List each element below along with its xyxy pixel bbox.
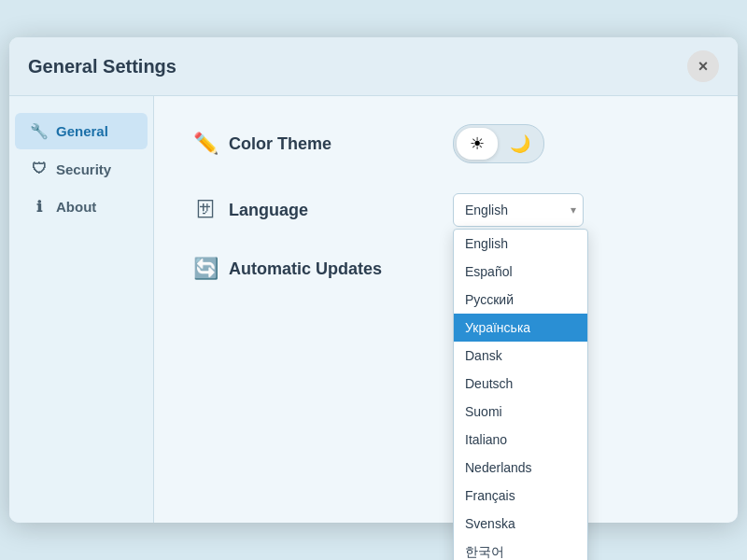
- auto-updates-label-area: 🔄 Automatic Updates: [191, 257, 453, 281]
- auto-updates-row: 🔄 Automatic Updates: [191, 257, 700, 281]
- lang-option-svenska[interactable]: Svenska: [454, 510, 587, 538]
- color-theme-row: ✏️ Color Theme ☀ 🌙: [191, 124, 700, 163]
- language-select-wrapper: English ▾ English Español Русский Україн…: [453, 193, 584, 227]
- lang-option-dansk[interactable]: Dansk: [454, 342, 587, 370]
- color-theme-icon: ✏️: [191, 132, 219, 156]
- moon-icon: 🌙: [510, 133, 530, 154]
- language-label: Language: [229, 201, 308, 220]
- color-theme-label-area: ✏️ Color Theme: [191, 132, 453, 156]
- lang-option-korean[interactable]: 한국어: [454, 538, 587, 560]
- language-current-value: English: [465, 203, 508, 217]
- main-content: ✏️ Color Theme ☀ 🌙 🈂 Language: [154, 96, 738, 523]
- sun-icon: ☀: [470, 133, 485, 154]
- sidebar-item-security[interactable]: 🛡 Security: [15, 151, 148, 187]
- sidebar: 🔧 General 🛡 Security ℹ About: [9, 96, 154, 523]
- updates-icon: 🔄: [191, 257, 219, 281]
- sidebar-item-general[interactable]: 🔧 General: [15, 113, 148, 149]
- language-row: 🈂 Language English ▾ English Español Рус…: [191, 193, 700, 227]
- lang-option-nederlands[interactable]: Nederlands: [454, 454, 587, 482]
- settings-dialog: General Settings × 🔧 General 🛡 Security …: [9, 37, 738, 523]
- sidebar-item-about[interactable]: ℹ About: [15, 189, 148, 225]
- language-select-button[interactable]: English: [453, 193, 584, 227]
- sidebar-item-about-label: About: [56, 199, 96, 215]
- lang-option-english[interactable]: English: [454, 230, 587, 258]
- language-dropdown: English Español Русский Українська Dansk…: [453, 229, 588, 560]
- dialog-body: 🔧 General 🛡 Security ℹ About ✏️ Color Th…: [9, 96, 738, 523]
- auto-updates-label: Automatic Updates: [229, 259, 382, 279]
- sidebar-item-security-label: Security: [56, 161, 111, 177]
- theme-toggle: ☀ 🌙: [453, 124, 544, 163]
- dialog-title: General Settings: [28, 56, 176, 77]
- lang-option-deutsch[interactable]: Deutsch: [454, 370, 587, 398]
- language-icon: 🈂: [191, 198, 219, 222]
- shield-icon: 🛡: [30, 161, 49, 177]
- color-theme-label: Color Theme: [229, 134, 331, 154]
- close-button[interactable]: ×: [687, 50, 719, 82]
- sidebar-item-general-label: General: [56, 123, 108, 139]
- lang-option-ukrainian[interactable]: Українська: [454, 314, 587, 342]
- lang-option-espanol[interactable]: Español: [454, 258, 587, 286]
- lang-option-russian[interactable]: Русский: [454, 286, 587, 314]
- language-label-area: 🈂 Language: [191, 198, 453, 222]
- dark-theme-button[interactable]: 🌙: [500, 128, 541, 160]
- lang-option-francais[interactable]: Français: [454, 482, 587, 510]
- lang-option-suomi[interactable]: Suomi: [454, 398, 587, 426]
- light-theme-button[interactable]: ☀: [457, 128, 498, 160]
- lang-option-italiano[interactable]: Italiano: [454, 426, 587, 454]
- info-icon: ℹ: [30, 198, 49, 216]
- wrench-icon: 🔧: [30, 122, 49, 140]
- dialog-header: General Settings ×: [9, 37, 738, 96]
